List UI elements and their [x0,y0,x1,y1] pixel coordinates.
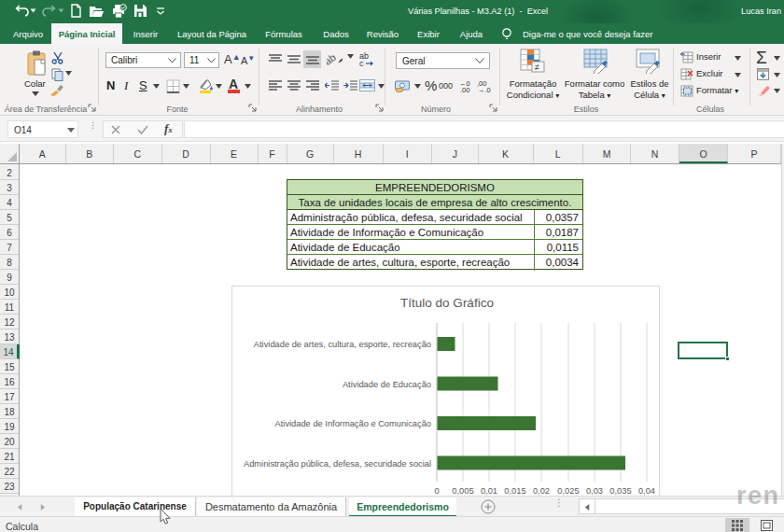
svg-text:,00: ,00 [460,86,469,92]
svg-text:0,015: 0,015 [504,486,525,496]
svg-text:Atividade de Educação: Atividade de Educação [343,380,431,389]
svg-text:0,035: 0,035 [609,486,631,496]
svg-text:ab: ab [327,52,338,66]
svg-text:0,01: 0,01 [481,486,497,496]
svg-text:Atividade de Informação e Comu: Atividade de Informação e Comunicação [275,419,431,428]
svg-text:≠: ≠ [535,63,539,72]
svg-text:Administração pública, defesa,: Administração pública, defesa, securidad… [244,459,431,469]
svg-text:→,0: →,0 [478,86,491,92]
svg-text:0,03: 0,03 [586,486,603,496]
svg-text:Título do Gráfico: Título do Gráfico [400,296,494,310]
svg-text:Atividade de artes, cultura, e: Atividade de artes, cultura, esporte, re… [254,340,431,349]
svg-text:0,005: 0,005 [452,486,473,496]
svg-text:c: c [359,59,364,66]
svg-text:0,04: 0,04 [638,486,655,496]
svg-text:0,025: 0,025 [557,486,579,496]
svg-text:0,02: 0,02 [533,486,550,496]
svg-text:0: 0 [434,486,439,496]
